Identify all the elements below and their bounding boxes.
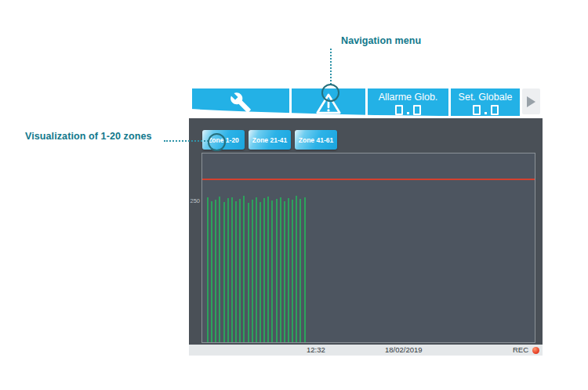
documentation-page: Navigation menu Visualization of 1-20 zo… — [0, 0, 588, 390]
wrench-icon — [230, 92, 252, 114]
status-rec: REC — [513, 345, 539, 356]
seg-display-alarm — [395, 103, 421, 115]
play-icon — [527, 96, 535, 107]
hmi-panel: Allarme Glob. Set. Globale Zone 1-20 Zon… — [189, 88, 543, 356]
annotation-dotted-line-vertical — [330, 49, 332, 85]
annotation-circle-zones — [208, 133, 226, 151]
rec-indicator-icon — [532, 347, 539, 354]
rec-label: REC — [513, 345, 528, 356]
tab-zone-41-61[interactable]: Zone 41-61 — [295, 130, 337, 150]
seg-display-setpoint — [473, 103, 499, 115]
settings-button[interactable] — [192, 88, 289, 116]
annotation-zones-label: Visualization of 1-20 zones — [25, 131, 152, 142]
screen-area: Zone 1-20 Zone 21-41 Zone 41-61 250 — [189, 117, 543, 345]
navigation-bar: Allarme Glob. Set. Globale — [189, 88, 543, 117]
global-alarm-label: Allarme Glob. — [379, 92, 438, 103]
y-axis-tick-250: 250 — [190, 197, 200, 204]
bar-series — [202, 153, 535, 342]
next-page-button[interactable] — [522, 88, 540, 114]
status-bar: 12:32 18/02/2019 REC — [189, 345, 543, 356]
annotation-navigation-menu: Navigation menu — [341, 35, 421, 46]
annotation-circle-navigation — [321, 84, 339, 102]
tab-zone-21-41[interactable]: Zone 21-41 — [249, 130, 291, 150]
zones-bar-chart — [201, 153, 535, 343]
status-time: 12:32 — [307, 345, 325, 356]
global-setpoint-button[interactable]: Set. Globale — [451, 88, 520, 116]
global-setpoint-label: Set. Globale — [459, 92, 513, 103]
global-alarm-button[interactable]: Allarme Glob. — [368, 88, 448, 116]
status-date: 18/02/2019 — [385, 345, 423, 356]
annotation-dotted-line-horizontal — [164, 140, 209, 142]
